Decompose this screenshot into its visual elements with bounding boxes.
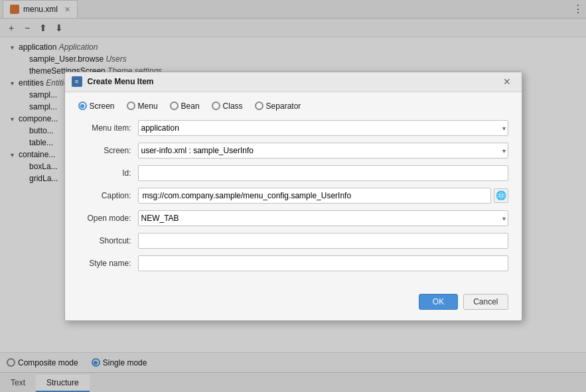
screen-radio-label: Screen — [90, 101, 115, 111]
screen-select[interactable]: user-info.xml : sample_UserInfo — [138, 143, 508, 159]
dialog-icon-symbol: ≡ — [75, 78, 78, 85]
type-radio-group: Screen Menu Bean Class Separator — [78, 101, 508, 111]
dialog-close-button[interactable]: ✕ — [499, 75, 515, 88]
class-radio-label: Class — [223, 101, 243, 111]
class-radio-indicator — [212, 101, 220, 110]
menu-radio-indicator — [127, 101, 135, 110]
caption-input[interactable] — [138, 188, 491, 204]
dialog-footer: OK Cancel — [65, 287, 522, 320]
screen-radio-option[interactable]: Screen — [78, 101, 115, 111]
style-name-input[interactable] — [138, 255, 508, 271]
separator-radio-option[interactable]: Separator — [255, 101, 301, 111]
dialog-overlay: ≡ Create Menu Item ✕ Screen Menu — [0, 0, 586, 392]
class-radio-option[interactable]: Class — [212, 101, 243, 111]
ok-button[interactable]: OK — [419, 294, 458, 310]
menu-item-select[interactable]: application — [138, 120, 508, 136]
style-name-label: Style name: — [78, 259, 138, 268]
open-mode-label: Open mode: — [78, 214, 138, 223]
style-name-field — [138, 255, 508, 271]
dialog-body: Screen Menu Bean Class Separator — [65, 92, 522, 287]
menu-radio-option[interactable]: Menu — [127, 101, 158, 111]
id-input[interactable] — [138, 165, 508, 181]
dialog-icon: ≡ — [72, 76, 82, 87]
dialog-title-bar: ≡ Create Menu Item ✕ — [65, 72, 522, 92]
screen-field: user-info.xml : sample_UserInfo ▾ — [138, 143, 508, 159]
screen-select-wrapper: user-info.xml : sample_UserInfo ▾ — [138, 143, 508, 159]
open-mode-select-wrapper: NEW_TAB ▾ — [138, 210, 508, 226]
id-label: Id: — [78, 168, 138, 178]
shortcut-row: Shortcut: — [78, 233, 508, 249]
screen-row: Screen: user-info.xml : sample_UserInfo … — [78, 143, 508, 159]
menu-item-row: Menu item: application ▾ — [78, 120, 508, 136]
caption-field: 🌐 — [138, 188, 508, 204]
menu-item-field: application ▾ — [138, 120, 508, 136]
bean-radio-option[interactable]: Bean — [170, 101, 200, 111]
caption-row: Caption: 🌐 — [78, 188, 508, 204]
separator-radio-label: Separator — [266, 101, 301, 111]
dialog-title: Create Menu Item — [88, 77, 154, 86]
open-mode-field: NEW_TAB ▾ — [138, 210, 508, 226]
bean-radio-indicator — [170, 101, 179, 110]
menu-item-select-wrapper: application ▾ — [138, 120, 508, 136]
id-row: Id: — [78, 165, 508, 181]
menu-item-label: Menu item: — [78, 123, 138, 133]
id-field — [138, 165, 508, 181]
screen-label: Screen: — [78, 146, 138, 155]
bean-radio-label: Bean — [181, 101, 200, 111]
shortcut-field — [138, 233, 508, 249]
globe-button[interactable]: 🌐 — [494, 188, 508, 203]
dialog-title-left: ≡ Create Menu Item — [72, 76, 154, 87]
shortcut-label: Shortcut: — [78, 236, 138, 245]
open-mode-select[interactable]: NEW_TAB — [138, 210, 508, 226]
menu-radio-label: Menu — [138, 101, 158, 111]
open-mode-row: Open mode: NEW_TAB ▾ — [78, 210, 508, 226]
shortcut-input[interactable] — [138, 233, 508, 249]
cancel-button[interactable]: Cancel — [463, 294, 508, 310]
separator-radio-indicator — [255, 101, 263, 110]
caption-label: Caption: — [78, 191, 138, 200]
screen-radio-indicator — [78, 101, 87, 110]
create-menu-item-dialog: ≡ Create Menu Item ✕ Screen Menu — [64, 72, 522, 321]
style-name-row: Style name: — [78, 255, 508, 271]
